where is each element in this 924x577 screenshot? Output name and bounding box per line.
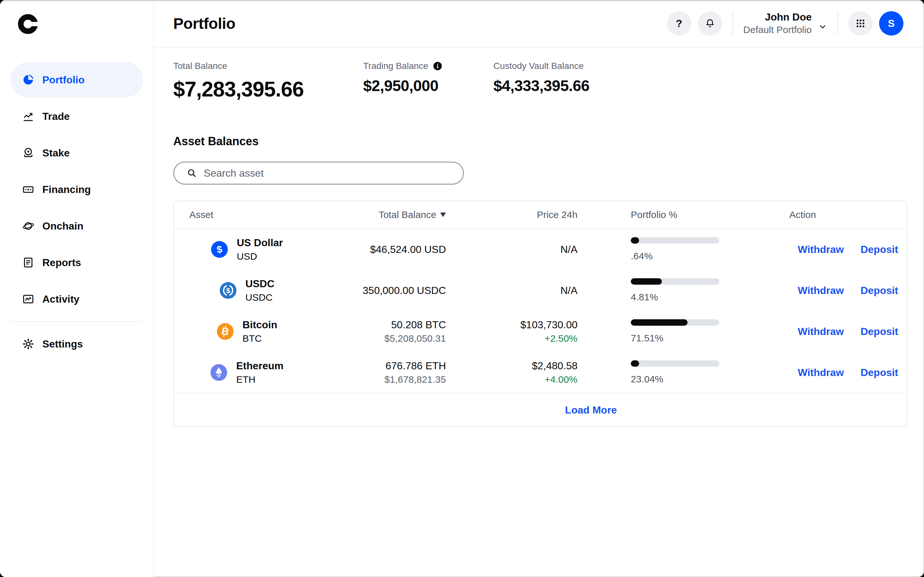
total-balance-value: $7,283,395.66: [173, 77, 363, 101]
notifications-button[interactable]: [698, 11, 722, 35]
asset-balances-heading: Asset Balances: [173, 135, 907, 148]
coin-stake-icon: [22, 147, 35, 159]
coinbase-logo: [18, 14, 38, 34]
custody-balance-block: Custody Vault Balance $4,333,395.66: [493, 61, 590, 101]
topbar-divider: [732, 12, 733, 35]
portfolio-bar-fill: [631, 319, 688, 326]
sidebar-item-label: Trade: [42, 111, 69, 122]
sidebar-item-label: Settings: [42, 338, 83, 350]
asset-balance-usd: $5,208,050.31: [384, 332, 446, 345]
balance-label: Trading Balance: [363, 61, 428, 71]
asset-balance: 676.786 ETH: [385, 359, 446, 373]
usdc-coin-icon: $: [220, 282, 236, 299]
avatar-initial: S: [888, 18, 895, 29]
topbar-divider: [837, 12, 838, 35]
content: Total Balance $7,283,395.66 Trading Bala…: [154, 47, 924, 427]
sidebar-item-label: Onchain: [42, 220, 83, 232]
pie-chart-icon: [22, 73, 35, 86]
asset-ticker: USDC: [246, 291, 275, 304]
btc-coin-icon: B: [217, 323, 234, 340]
sidebar-item-label: Portfolio: [42, 74, 85, 86]
help-button[interactable]: ?: [667, 11, 691, 35]
sidebar-divider: [10, 321, 143, 322]
eth-coin-icon: [210, 364, 227, 381]
asset-search[interactable]: [173, 161, 464, 185]
balance-summary: Total Balance $7,283,395.66 Trading Bala…: [173, 61, 907, 101]
portfolio-bar: [631, 237, 719, 243]
deposit-link[interactable]: Deposit: [861, 367, 898, 379]
asset-name: Bitcoin: [242, 318, 277, 332]
chart-box-icon: [22, 293, 35, 306]
asset-price-change: +2.50%: [544, 332, 577, 345]
svg-text:$: $: [226, 286, 230, 295]
user-name: John Doe: [743, 11, 812, 23]
topbar: Portfolio ? John Doe Default Portf: [154, 0, 924, 47]
portfolio-bar-fill: [631, 278, 662, 285]
asset-balance-usd: $1,678,821.35: [384, 373, 446, 386]
withdraw-link[interactable]: Withdraw: [798, 285, 844, 297]
asset-price-change: +4.00%: [544, 373, 577, 386]
asset-name: USDC: [246, 277, 275, 291]
grid-dots-icon: [855, 18, 866, 29]
balance-label: Custody Vault Balance: [493, 61, 590, 71]
withdraw-link[interactable]: Withdraw: [798, 326, 844, 338]
document-icon: [22, 256, 35, 269]
table-header-row: Asset Total Balance Price 24h Portfolio …: [174, 201, 907, 229]
sidebar-item-portfolio[interactable]: Portfolio: [10, 62, 143, 97]
sidebar-item-trade[interactable]: Trade: [10, 99, 143, 134]
table-row: $ US Dollar USD $46,524.00 USD N/A: [174, 229, 907, 270]
apps-grid-button[interactable]: [848, 11, 873, 35]
column-header-price: Price 24h: [446, 210, 577, 220]
asset-balance: 350,000.00 USDC: [363, 284, 446, 298]
bell-icon: [704, 18, 716, 29]
asset-ticker: ETH: [236, 373, 284, 386]
asset-price: N/A: [561, 284, 577, 298]
sidebar-item-label: Reports: [42, 257, 81, 269]
load-more-button[interactable]: Load More: [565, 404, 617, 416]
usd-coin-icon: $: [211, 241, 228, 258]
table-row: $ USDC USDC 350,000.00 USDC N/A: [174, 270, 907, 311]
card-icon: [22, 183, 35, 196]
planet-icon: [22, 219, 35, 232]
deposit-link[interactable]: Deposit: [861, 243, 898, 255]
sidebar-nav: Portfolio Trade: [0, 61, 153, 362]
asset-price: $2,480.58: [532, 359, 577, 373]
asset-ticker: BTC: [242, 332, 277, 345]
search-input[interactable]: [204, 167, 454, 179]
column-header-asset: Asset: [189, 210, 305, 220]
load-more-row: Load More: [174, 393, 907, 426]
account-switcher[interactable]: John Doe Default Portfolio: [743, 11, 827, 36]
sidebar: Portfolio Trade: [0, 0, 154, 577]
sidebar-item-settings[interactable]: Settings: [10, 326, 143, 362]
withdraw-link[interactable]: Withdraw: [798, 243, 844, 255]
column-header-action: Action: [789, 210, 907, 220]
info-icon[interactable]: [433, 61, 443, 71]
gear-icon: [22, 338, 35, 350]
balance-label: Total Balance: [173, 61, 363, 71]
sidebar-item-stake[interactable]: Stake: [10, 135, 143, 171]
deposit-link[interactable]: Deposit: [861, 326, 898, 338]
asset-name: Ethereum: [236, 359, 284, 373]
sidebar-item-label: Stake: [42, 147, 69, 159]
sidebar-item-financing[interactable]: Financing: [10, 172, 143, 207]
column-header-total-balance[interactable]: Total Balance: [305, 210, 446, 220]
portfolio-bar-fill: [631, 360, 639, 367]
withdraw-link[interactable]: Withdraw: [798, 367, 844, 379]
asset-price: $103,730.00: [520, 318, 577, 332]
sidebar-item-activity[interactable]: Activity: [10, 282, 143, 317]
sidebar-item-onchain[interactable]: Onchain: [10, 208, 143, 243]
portfolio-percent: 71.51%: [631, 333, 789, 343]
asset-table-card: Asset Total Balance Price 24h Portfolio …: [173, 201, 907, 427]
asset-ticker: USD: [237, 250, 283, 263]
sort-desc-icon: [440, 213, 446, 217]
asset-price: N/A: [561, 242, 577, 256]
trading-balance-block: Trading Balance $2,950,000: [363, 61, 493, 101]
sidebar-item-reports[interactable]: Reports: [10, 245, 143, 280]
deposit-link[interactable]: Deposit: [861, 285, 898, 297]
portfolio-bar: [631, 278, 719, 285]
question-mark-icon: ?: [676, 18, 682, 29]
page-title: Portfolio: [173, 15, 236, 32]
avatar[interactable]: S: [879, 11, 903, 35]
portfolio-percent: 4.81%: [631, 292, 789, 303]
topbar-actions: ? John Doe Default Portfolio: [667, 11, 903, 36]
